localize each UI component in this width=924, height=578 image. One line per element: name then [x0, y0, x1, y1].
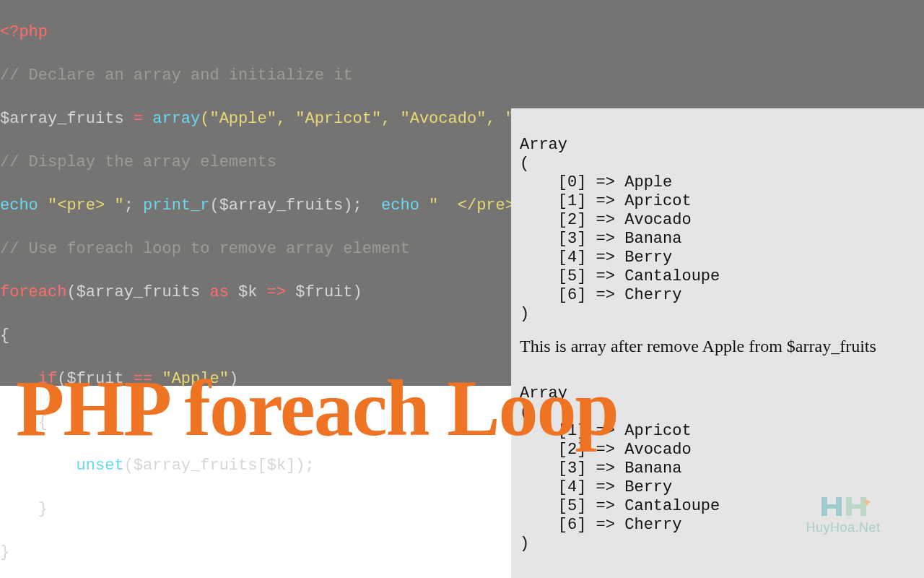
echo-kw: echo: [381, 197, 419, 215]
echo-kw: echo: [0, 197, 38, 215]
string: " </pre>": [419, 197, 524, 215]
paren: ): [353, 283, 362, 301]
brace: }: [0, 543, 9, 561]
brace: {: [0, 327, 9, 345]
as-kw: as: [200, 283, 238, 301]
page-title: PHP foreach Loop: [16, 368, 618, 448]
comment-line: // Use foreach loop to remove array elem…: [0, 240, 410, 258]
sep: ;: [124, 197, 143, 215]
site-logo: HuyHoa.Net: [800, 491, 886, 543]
brace: }: [0, 500, 48, 518]
logo-mark-icon: [814, 491, 872, 523]
foreach-kw: foreach: [0, 283, 66, 301]
arrow-op: =>: [257, 283, 295, 301]
sep: [362, 197, 381, 215]
args: ($array_fruits[$k]);: [124, 457, 315, 475]
variable: $array_fruits: [0, 110, 124, 128]
comment-line: // Display the array elements: [0, 153, 276, 171]
variable: $fruit: [295, 283, 352, 301]
printr-func: print_r: [143, 197, 209, 215]
logo-text: HuyHoa.Net: [800, 520, 886, 535]
php-open-tag: <?php: [0, 23, 48, 41]
output-array-before: Array ( [0] => Apple [1] => Apricot [2] …: [520, 136, 720, 323]
comment-line: // Declare an array and initialize it: [0, 66, 352, 85]
paren: (: [66, 283, 76, 301]
variable: $array_fruits: [77, 283, 201, 301]
unset-func: unset: [0, 457, 124, 475]
assign-op: =: [124, 110, 153, 128]
array-func: array: [152, 110, 200, 128]
output-sentence: This is array after remove Apple from $a…: [520, 337, 915, 355]
variable: $k: [238, 283, 257, 301]
string: "<pre> ": [38, 197, 124, 215]
args: ($array_fruits);: [209, 197, 362, 215]
